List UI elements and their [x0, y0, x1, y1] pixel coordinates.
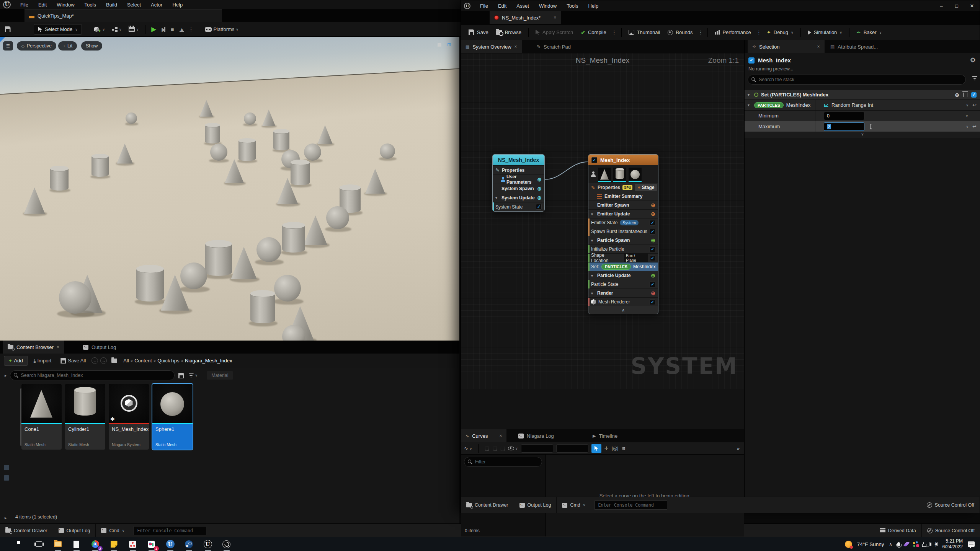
fit-curve-icon[interactable]: ≋ — [622, 445, 626, 451]
menu-window[interactable]: Window — [534, 3, 562, 9]
niagara-titlebar[interactable]: U FileEditAssetWindowToolsHelp – □ ✕ — [461, 0, 980, 11]
add-module-icon[interactable]: ⊕ — [651, 238, 655, 243]
output-log-button[interactable]: Output Log — [53, 524, 96, 537]
chevron-down-icon[interactable]: ∨ — [966, 103, 969, 107]
emitter-row-mesh-renderer[interactable]: Mesh Renderer✓ — [588, 297, 658, 306]
add-module-icon[interactable]: ⊕ — [537, 177, 542, 182]
debug-dropdown[interactable]: ✦Debug∨ — [763, 29, 797, 35]
emitter-row-shape-location[interactable]: Shape LocationBox / Plane✓ — [588, 253, 658, 262]
select-keys-icon[interactable]: ⬚ — [485, 445, 489, 451]
tab-ns-mesh-index[interactable]: NS_Mesh_Index* × — [490, 11, 561, 24]
apply-scratch-button[interactable]: Apply Scratch — [532, 29, 577, 35]
asset-tile-sphere1[interactable]: Sphere1Static Mesh — [152, 384, 193, 450]
sph-thumbnail[interactable] — [629, 168, 642, 181]
save-level-button[interactable] — [0, 26, 15, 32]
key-value-field[interactable] — [556, 444, 588, 453]
collapse-arrow-icon[interactable]: ▾ — [748, 103, 751, 107]
sticky-notes-icon[interactable] — [109, 539, 119, 549]
visibility-dropdown[interactable]: ∨ — [508, 447, 518, 450]
chrome-icon[interactable]: J — [90, 539, 101, 549]
breadcrumb-item[interactable]: All — [122, 358, 130, 364]
emitter-node-header[interactable]: ✓ Mesh_Index — [588, 155, 658, 165]
reset-icon[interactable]: ↩ — [972, 124, 977, 129]
menu-file[interactable]: File — [15, 2, 33, 8]
system-row-properties[interactable]: ✎Properties — [493, 165, 544, 174]
unreal-engine-active-icon[interactable]: U — [203, 539, 213, 549]
system-node-header[interactable]: NS_Mesh_Index — [493, 155, 544, 165]
trash-icon[interactable] — [963, 93, 967, 97]
gear-icon[interactable]: ⚙ — [970, 56, 976, 64]
output-log-button[interactable]: Output Log — [514, 497, 557, 513]
add-button[interactable]: + Add — [4, 356, 28, 366]
frame-tool-icon[interactable]: |◎| — [612, 445, 619, 451]
notepad-icon[interactable] — [71, 539, 82, 549]
weather-icon[interactable] — [845, 541, 852, 548]
pan-tool-icon[interactable]: ✛ — [604, 445, 609, 451]
source-control-button[interactable]: Source Control Off — [922, 524, 980, 537]
slack-icon[interactable]: 1 — [146, 539, 157, 549]
tab-system-overview[interactable]: ▥ System Overview × — [461, 40, 522, 53]
system-row-system-state[interactable]: System State✓ — [493, 202, 544, 211]
network-icon[interactable] — [923, 542, 929, 546]
steam-icon[interactable] — [184, 539, 194, 549]
emitter-row-particle-state[interactable]: Particle State✓ — [588, 280, 658, 289]
close-button[interactable]: ✕ — [964, 0, 980, 11]
maximum-row[interactable]: Maximum 2 ∨↩ — [745, 121, 980, 132]
module-enabled-checkbox[interactable]: ✓ — [650, 282, 655, 287]
emitter-row-spawn-burst-instantaneous[interactable]: Spawn Burst Instantaneous✓ — [588, 227, 658, 236]
breadcrumb-item[interactable]: QuickTips — [156, 358, 181, 364]
system-row-system-spawn[interactable]: System Spawn⊕ — [493, 184, 544, 193]
system-row-system-update[interactable]: ▾System Update⊕ — [493, 193, 544, 202]
emitter-row-emitter-update[interactable]: ▾Emitter Update⊕ — [588, 209, 658, 218]
compile-button[interactable]: ✔Compile — [577, 29, 610, 36]
cinematics-button[interactable]: ∨ — [125, 27, 142, 32]
save-button[interactable]: Save — [465, 29, 492, 35]
bounds-button[interactable]: Bounds — [664, 29, 696, 35]
maximize-button[interactable]: □ — [949, 0, 964, 11]
set-module-header-row[interactable]: ▾ Set (PARTICLES) MeshIndex ⊕ ✓ — [745, 90, 980, 100]
stack-filter-icon[interactable] — [972, 76, 977, 80]
baker-dropdown[interactable]: ✒Baker∨ — [853, 29, 885, 36]
module-enabled-checkbox[interactable]: ✓ — [650, 255, 655, 261]
collapse-arrow-icon[interactable]: ▾ — [591, 212, 595, 216]
module-enabled-checkbox[interactable]: ✓ — [536, 204, 542, 210]
menu-help[interactable]: Help — [167, 2, 188, 8]
skip-button[interactable]: ▶ — [159, 26, 168, 33]
performance-options-icon[interactable]: ⋮ — [755, 29, 763, 35]
collapse-arrow-icon[interactable]: ▾ — [495, 196, 499, 200]
compile-options-icon[interactable]: ⋮ — [610, 29, 618, 35]
menu-help[interactable]: Help — [583, 3, 603, 9]
blueprints-button[interactable]: ∨ — [108, 27, 125, 32]
save-all-button[interactable]: Save All — [57, 358, 89, 364]
module-enabled-checkbox[interactable]: ✓ — [650, 299, 655, 305]
menu-asset[interactable]: Asset — [511, 3, 534, 9]
minimum-row[interactable]: Minimum 0 ∨ — [745, 111, 980, 121]
lit-dropdown[interactable]: ◔ Lit — [58, 41, 77, 51]
obs-icon[interactable] — [221, 539, 232, 549]
content-drawer-button[interactable]: Content Drawer — [461, 497, 514, 513]
tab-curves[interactable]: ∿ Curves × — [461, 429, 506, 442]
minimum-input[interactable]: 0 — [824, 112, 864, 120]
select-mode-dropdown[interactable]: Select Mode ∨ — [34, 24, 82, 35]
cmd-dropdown[interactable]: Cmd ∨ — [96, 524, 130, 537]
stop-button[interactable]: ■ — [168, 26, 176, 33]
unreal-engine-icon[interactable]: U — [165, 539, 176, 549]
system-row-user-parameters[interactable]: User Parameters⊕ — [493, 174, 544, 184]
tab-attribute-spreadsheet[interactable]: ▤ Attribute Spread... — [826, 40, 882, 53]
reset-icon[interactable]: ↩ — [972, 102, 977, 108]
cyl-thumbnail[interactable] — [613, 168, 626, 181]
material-filter-chip[interactable]: Material — [207, 371, 233, 380]
maximum-input[interactable]: 2 — [824, 122, 864, 131]
select-column-icon[interactable]: ⬚ — [492, 445, 497, 451]
derived-data-button[interactable]: Derived Data — [874, 524, 922, 537]
collapse-arrow-icon[interactable]: ▾ — [748, 93, 751, 97]
add-parameter-icon[interactable]: ⊕ — [955, 92, 959, 98]
play-button[interactable]: ▶ — [149, 25, 159, 33]
close-icon[interactable]: × — [554, 15, 556, 20]
show-dropdown[interactable]: Show — [81, 41, 102, 51]
close-icon[interactable]: × — [499, 433, 502, 439]
emitter-enabled-checkbox[interactable]: ✓ — [748, 57, 755, 64]
menu-edit[interactable]: Edit — [493, 3, 511, 9]
curves-filter-input[interactable] — [475, 459, 534, 465]
import-button[interactable]: ⤓ Import — [30, 358, 55, 364]
